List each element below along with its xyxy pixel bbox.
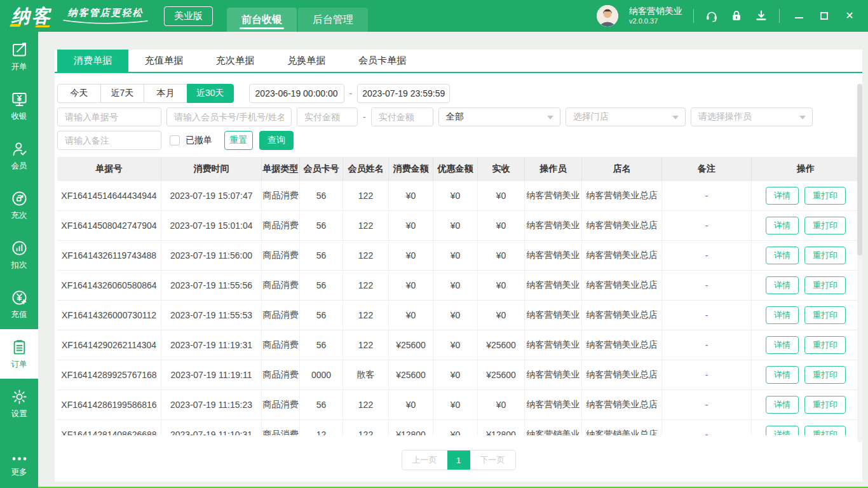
cell-remark: - <box>662 181 752 210</box>
operator-select[interactable]: 请选择操作员 <box>691 107 813 126</box>
cell-ops: 详情 重打印 <box>752 420 860 435</box>
avatar[interactable] <box>597 5 618 27</box>
cell-ops: 详情 重打印 <box>752 181 860 210</box>
cell-paid: ¥0 <box>478 271 525 300</box>
cell-remark: - <box>662 360 752 390</box>
search-button[interactable]: 查询 <box>259 131 294 150</box>
prev-page-button[interactable]: 上一页 <box>402 451 447 470</box>
tab-recharge-orders[interactable]: 充值单据 <box>128 50 200 72</box>
cell-store: 纳客营销美业总店 <box>582 211 662 240</box>
customer-service-icon[interactable] <box>705 9 719 23</box>
new-order-icon <box>11 41 28 58</box>
orders-table: 单据号 消费时间 单据类型 会员卡号 会员姓名 消费金额 优惠金额 实收 操作员… <box>57 157 860 435</box>
col-amount: 消费金额 <box>389 157 433 181</box>
detail-button[interactable]: 详情 <box>766 247 799 264</box>
detail-button[interactable]: 详情 <box>766 276 799 294</box>
cell-card-no: 56 <box>300 390 343 419</box>
sidebar-item-more[interactable]: 更多 <box>0 444 38 488</box>
col-ops: 操作 <box>752 157 860 181</box>
remark-input[interactable] <box>57 131 161 150</box>
reprint-button[interactable]: 重打印 <box>804 396 846 414</box>
maximize-button[interactable] <box>818 10 830 22</box>
range-7days-button[interactable]: 近7天 <box>100 84 144 103</box>
detail-button[interactable]: 详情 <box>766 366 799 384</box>
cell-type: 商品消费 <box>262 390 300 419</box>
scrollbar-thumb[interactable] <box>857 84 862 255</box>
minimize-button[interactable] <box>793 10 804 22</box>
amount-min-input[interactable] <box>297 107 358 126</box>
detail-button[interactable]: 详情 <box>766 426 799 435</box>
sidebar-item-deduct-times[interactable]: 扣次 <box>0 230 38 280</box>
detail-button[interactable]: 详情 <box>766 336 799 354</box>
cell-amount: ¥0 <box>389 181 433 210</box>
lock-icon[interactable] <box>729 9 743 23</box>
cell-type: 商品消费 <box>262 181 300 210</box>
store-select[interactable]: 选择门店 <box>566 107 686 126</box>
cell-amount: ¥0 <box>389 271 433 300</box>
sidebar-item-cashier[interactable]: 收银 <box>0 81 38 131</box>
sidebar-item-open-order[interactable]: 开单 <box>0 32 38 81</box>
cancelled-checkbox[interactable] <box>170 135 180 146</box>
download-icon[interactable] <box>754 9 768 23</box>
reprint-button[interactable]: 重打印 <box>804 276 846 294</box>
reprint-button[interactable]: 重打印 <box>804 366 846 384</box>
sidebar-item-label: 设置 <box>11 409 27 419</box>
reprint-button[interactable]: 重打印 <box>804 336 846 354</box>
cell-time: 2023-07-19 11:55:53 <box>161 301 262 330</box>
next-page-button[interactable]: 下一页 <box>470 451 515 470</box>
date-from-input[interactable] <box>249 84 344 103</box>
nav-back-management[interactable]: 后台管理 <box>298 8 368 32</box>
topbar-right: 纳客营销美业 v2.0.0.37 <box>597 5 868 27</box>
sidebar-item-orders[interactable]: 订单 <box>0 329 38 379</box>
range-today-button[interactable]: 今天 <box>57 84 101 103</box>
range-30days-button[interactable]: 近30天 <box>187 84 234 103</box>
cell-card-no: 12 <box>300 420 343 435</box>
detail-button[interactable]: 详情 <box>766 217 799 234</box>
sidebar-item-label: 更多 <box>11 467 27 478</box>
sidebar-item-recharge-times[interactable]: 充次 <box>0 180 38 230</box>
reprint-button[interactable]: 重打印 <box>804 217 846 234</box>
close-button[interactable]: ✕ <box>844 10 855 22</box>
order-type-select[interactable]: 全部 <box>438 107 560 126</box>
reprint-button[interactable]: 重打印 <box>804 306 846 324</box>
order-no-input[interactable] <box>57 107 161 126</box>
sidebar-item-member[interactable]: 会员 <box>0 131 38 180</box>
cell-type: 商品消费 <box>262 301 300 330</box>
order-type-select-value: 全部 <box>446 111 464 123</box>
cell-paid: ¥0 <box>478 301 525 330</box>
current-page[interactable]: 1 <box>447 451 470 470</box>
amount-max-input[interactable] <box>371 107 433 126</box>
sidebar-item-settings[interactable]: 设置 <box>0 379 38 428</box>
filter-panel: 今天 近7天 本月 近30天 - - 全部 <box>55 73 862 150</box>
detail-button[interactable]: 详情 <box>766 396 799 414</box>
cell-time: 2023-07-19 11:55:56 <box>161 271 262 300</box>
cell-amount: ¥12800 <box>389 420 433 435</box>
reprint-button[interactable]: 重打印 <box>804 187 846 205</box>
detail-button[interactable]: 详情 <box>766 306 799 324</box>
detail-button[interactable]: 详情 <box>766 187 799 205</box>
vertical-scrollbar[interactable] <box>857 84 862 442</box>
cell-store: 纳客营销美业总店 <box>582 390 662 419</box>
tab-member-card-orders[interactable]: 会员卡单据 <box>342 50 423 72</box>
pagination-group: 上一页 1 下一页 <box>402 450 516 470</box>
tab-consume-orders[interactable]: 消费单据 <box>57 50 128 72</box>
cell-paid: ¥0 <box>478 241 525 270</box>
nav-front-cashier[interactable]: 前台收银 <box>227 8 297 32</box>
member-search-input[interactable] <box>166 107 292 126</box>
cell-discount: ¥0 <box>433 271 478 300</box>
minimize-icon <box>795 17 803 18</box>
sidebar-item-recharge[interactable]: 充值 <box>0 280 38 329</box>
cell-operator: 纳客营销美业 <box>525 271 582 300</box>
date-to-input[interactable] <box>357 84 450 103</box>
cell-operator: 纳客营销美业 <box>525 390 582 419</box>
cell-remark: - <box>662 390 752 419</box>
tab-exchange-orders[interactable]: 兑换单据 <box>271 50 342 72</box>
reset-button[interactable]: 重置 <box>224 131 253 150</box>
topbar: 纳客 纳客管店更轻松 美业版 前台收银 后台管理 <box>0 0 868 32</box>
range-month-button[interactable]: 本月 <box>144 84 187 103</box>
cell-remark: - <box>662 241 752 270</box>
reprint-button[interactable]: 重打印 <box>804 426 846 435</box>
col-paid: 实收 <box>478 157 525 181</box>
tab-times-orders[interactable]: 充次单据 <box>200 50 271 72</box>
reprint-button[interactable]: 重打印 <box>804 247 846 264</box>
